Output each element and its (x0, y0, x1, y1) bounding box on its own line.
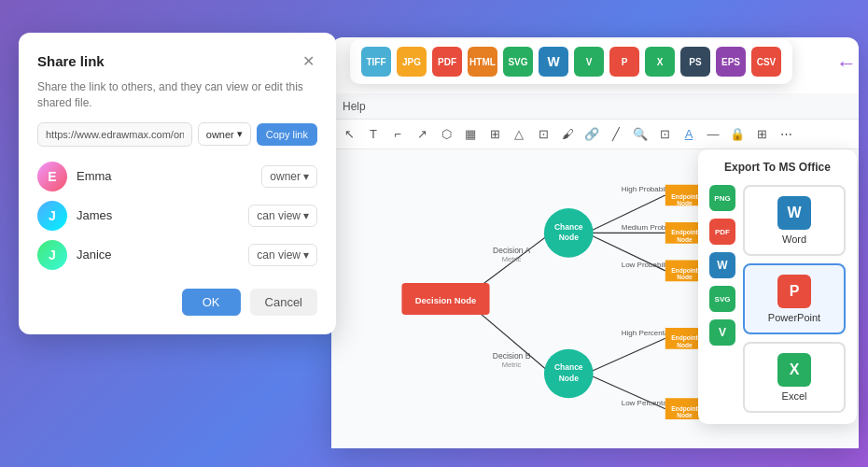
close-icon[interactable]: ✕ (299, 51, 317, 70)
user-row-janice: J Janice can view ▾ (37, 240, 317, 270)
export-ppt-label: PowerPoint (768, 312, 820, 323)
svg-text:Node: Node (677, 342, 693, 348)
arrow-indicator: ← (836, 51, 857, 76)
dtb-mountain[interactable]: △ (509, 124, 529, 145)
toolbar-ps[interactable]: PS (680, 47, 710, 77)
dtb-cursor[interactable]: ↖ (339, 124, 359, 145)
svg-text:Chance: Chance (554, 222, 583, 232)
dtb-dash[interactable]: — (703, 124, 723, 145)
user-list: E Emma owner ▾ J James can view ▾ J Jani… (37, 162, 317, 270)
export-powerpoint-button[interactable]: P PowerPoint (743, 263, 846, 334)
toolbar-ppt[interactable]: P (609, 47, 639, 77)
svg-text:Decision B: Decision B (493, 351, 531, 361)
dtb-table[interactable]: ▦ (460, 124, 481, 145)
dtb-frame[interactable]: ⊡ (654, 124, 675, 145)
small-icon-svg[interactable]: SVG (709, 286, 735, 312)
small-icon-vsdx[interactable]: V (709, 319, 735, 346)
user-name-james: James (77, 208, 112, 222)
dropdown-chevron: ▾ (237, 128, 243, 140)
toolbar-svg[interactable]: SVG (503, 47, 533, 77)
export-panel-title: Export To MS Office (709, 161, 846, 174)
avatar-janice: J (37, 240, 67, 270)
svg-text:Node: Node (677, 412, 693, 418)
cancel-button[interactable]: Cancel (250, 289, 317, 316)
export-excel-label: Excel (782, 390, 807, 402)
dtb-dots[interactable]: ⊡ (533, 124, 553, 145)
toolbar-csv[interactable]: CSV (751, 47, 781, 77)
export-small-icons: PNG PDF W SVG V (709, 185, 735, 413)
chevron-down-icon-2: ▾ (303, 209, 309, 222)
modal-description: Share the link to others, and they can v… (37, 79, 317, 111)
dtb-paint[interactable]: 🖌 (557, 124, 578, 145)
svg-text:Node: Node (559, 233, 579, 242)
toolbar-xlsx[interactable]: X (645, 47, 675, 77)
svg-text:Metric: Metric (502, 255, 522, 263)
export-toolbar: TIFF JPG PDF HTML SVG W V P X PS EPS CSV (350, 39, 792, 84)
toolbar-tiff[interactable]: TIFF (361, 47, 391, 77)
user-row-emma: E Emma owner ▾ (37, 162, 317, 191)
user-row-james: J James can view ▾ (37, 201, 317, 231)
share-link-modal: Share link ✕ Share the link to others, a… (19, 33, 336, 334)
toolbar-html[interactable]: HTML (468, 47, 497, 77)
toolbar-eps[interactable]: EPS (716, 47, 746, 77)
role-dropdown-janice[interactable]: can view ▾ (248, 244, 317, 266)
small-icon-png[interactable]: PNG (709, 185, 735, 211)
dtb-lock[interactable]: 🔒 (727, 124, 748, 145)
dtb-grid[interactable]: ⊞ (751, 124, 772, 145)
avatar-james: J (37, 201, 67, 231)
owner-dropdown[interactable]: owner ▾ (198, 122, 251, 146)
role-dropdown-emma[interactable]: owner ▾ (261, 165, 317, 188)
toolbar-vsdx[interactable]: V (574, 47, 604, 77)
user-name-emma: Emma (77, 169, 112, 183)
svg-text:Node: Node (559, 374, 579, 383)
dtb-arrow[interactable]: ↗ (412, 124, 432, 145)
dtb-corner[interactable]: ⌐ (387, 124, 408, 145)
svg-text:Node: Node (677, 274, 693, 280)
svg-line-5 (586, 338, 665, 374)
dtb-zoom[interactable]: 🔍 (630, 124, 651, 145)
avatar-emma: E (37, 162, 67, 191)
export-word-label: Word (782, 234, 806, 245)
dtb-more[interactable]: ⋯ (776, 124, 796, 145)
link-row: owner ▾ Copy link (37, 122, 317, 147)
dtb-shape[interactable]: ⬡ (436, 124, 456, 145)
chevron-down-icon: ▾ (303, 170, 309, 183)
dtb-highlight[interactable]: A (679, 124, 699, 145)
svg-text:Node: Node (677, 236, 693, 243)
svg-text:Chance: Chance (554, 362, 583, 372)
toolbar-jpg[interactable]: JPG (397, 47, 427, 77)
help-bar: Help (331, 93, 859, 120)
toolbar-pdf[interactable]: PDF (432, 47, 462, 77)
svg-text:Low Probability: Low Probability (622, 261, 672, 269)
user-name-janice: Janice (77, 248, 112, 262)
small-icon-word[interactable]: W (709, 252, 735, 278)
dtb-link[interactable]: 🔗 (581, 124, 602, 145)
svg-text:Metric: Metric (502, 361, 522, 369)
modal-footer: OK Cancel (37, 289, 317, 316)
small-icon-pdf[interactable]: PDF (709, 219, 735, 245)
svg-text:Decision A: Decision A (493, 246, 530, 255)
export-excel-button[interactable]: X Excel (743, 342, 846, 413)
modal-header: Share link ✕ (37, 51, 317, 70)
export-panel: Export To MS Office PNG PDF W SVG V W Wo… (698, 149, 857, 424)
chevron-down-icon-3: ▾ (303, 248, 309, 262)
dtb-text[interactable]: T (363, 124, 384, 145)
help-label: Help (343, 100, 366, 113)
owner-label: owner (206, 129, 234, 140)
svg-text:Node: Node (677, 200, 693, 206)
svg-text:Decision Node: Decision Node (415, 295, 476, 305)
ok-button[interactable]: OK (182, 289, 241, 316)
copy-link-button[interactable]: Copy link (257, 123, 317, 146)
dtb-line[interactable]: ╱ (606, 124, 626, 145)
dtb-columns[interactable]: ⊞ (484, 124, 505, 145)
link-input[interactable] (37, 122, 192, 147)
toolbar-word[interactable]: W (539, 47, 568, 77)
role-dropdown-james[interactable]: can view ▾ (248, 205, 317, 227)
diagram-toolbar: ↖ T ⌐ ↗ ⬡ ▦ ⊞ △ ⊡ 🖌 🔗 ╱ 🔍 ⊡ A — 🔒 ⊞ ⋯ (331, 120, 859, 149)
export-word-button[interactable]: W Word (743, 185, 846, 256)
modal-title: Share link (37, 53, 105, 69)
